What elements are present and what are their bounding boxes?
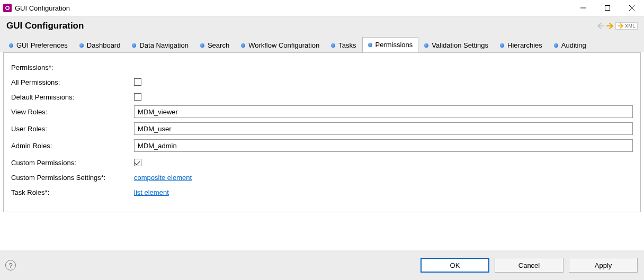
svg-line-4 — [629, 5, 634, 11]
default-permissions-label: Default Permissions: — [11, 93, 134, 101]
ok-button-label: OK — [450, 261, 460, 269]
page-title: GUI Configuration — [6, 21, 84, 31]
admin-roles-label: Admin Roles: — [11, 142, 134, 150]
list-element-link[interactable]: list element — [134, 188, 169, 196]
user-roles-input[interactable] — [134, 122, 633, 135]
svg-rect-2 — [605, 6, 610, 11]
custom-permissions-checkbox[interactable] — [134, 159, 141, 166]
footer-bar: ? OK Cancel Apply — [0, 250, 644, 280]
tab-label: Auditing — [561, 41, 586, 49]
composite-element-link[interactable]: composite element — [134, 174, 192, 182]
user-roles-label: User Roles: — [11, 125, 134, 133]
ok-button[interactable]: OK — [421, 258, 489, 273]
tab-bullet-icon — [500, 43, 504, 48]
permissions-section-label: Permissions*: — [11, 64, 134, 71]
task-roles-label: Task Roles*: — [11, 188, 134, 196]
tab-hierarchies[interactable]: Hierarchies — [494, 38, 548, 53]
tab-gui-preferences[interactable]: GUI Preferences — [3, 38, 74, 53]
cancel-button-label: Cancel — [518, 261, 540, 269]
apply-button-label: Apply — [595, 261, 612, 269]
xml-button[interactable]: XML — [615, 22, 638, 30]
titlebar: GUI Configuration — [0, 0, 644, 16]
svg-point-0 — [6, 6, 9, 10]
tab-validation-settings[interactable]: Validation Settings — [418, 38, 494, 53]
header-band: GUI Configuration XML — [0, 16, 644, 37]
tab-label: Tasks — [338, 41, 356, 49]
tab-bullet-icon — [132, 43, 136, 48]
tab-permissions[interactable]: Permissions — [362, 37, 419, 53]
tab-label: Permissions — [375, 41, 413, 49]
forward-arrow-icon[interactable] — [606, 22, 614, 30]
tab-bullet-icon — [368, 43, 372, 47]
tab-bullet-icon — [331, 43, 335, 48]
default-permissions-checkbox[interactable] — [134, 93, 141, 101]
custom-permissions-label: Custom Permissions: — [11, 159, 134, 167]
tab-label: Search — [208, 41, 229, 49]
maximize-button[interactable] — [595, 0, 620, 16]
tab-bullet-icon — [200, 43, 204, 48]
tab-bullet-icon — [241, 43, 245, 48]
apply-button[interactable]: Apply — [569, 258, 638, 273]
custom-permissions-settings-label: Custom Permissions Settings*: — [11, 174, 134, 182]
close-button[interactable] — [620, 0, 644, 16]
admin-roles-input[interactable] — [134, 139, 633, 152]
xml-button-label: XML — [625, 23, 636, 29]
tab-label: GUI Preferences — [16, 41, 68, 49]
tab-label: Dashboard — [87, 41, 121, 49]
tab-label: Validation Settings — [432, 41, 488, 49]
cancel-button[interactable]: Cancel — [495, 258, 564, 273]
tab-bullet-icon — [9, 43, 13, 48]
window-title: GUI Configuration — [15, 4, 70, 12]
tab-auditing[interactable]: Auditing — [548, 38, 592, 53]
view-roles-input[interactable] — [134, 105, 633, 118]
app-icon — [3, 4, 12, 12]
tab-label: Workflow Configuration — [248, 41, 319, 49]
tab-bullet-icon — [554, 43, 558, 48]
minimize-button[interactable] — [571, 0, 595, 16]
tab-workflow-configuration[interactable]: Workflow Configuration — [235, 38, 325, 53]
tab-label: Hierarchies — [507, 41, 542, 49]
all-permissions-label: All Permissions: — [11, 78, 134, 86]
tab-bullet-icon — [79, 43, 84, 48]
permissions-panel: Permissions*: All Permissions: Default P… — [3, 52, 641, 212]
help-icon[interactable]: ? — [5, 260, 16, 270]
tab-search[interactable]: Search — [194, 38, 235, 53]
tab-tasks[interactable]: Tasks — [325, 38, 362, 53]
back-arrow-icon[interactable] — [596, 22, 605, 30]
all-permissions-checkbox[interactable] — [134, 78, 141, 86]
tab-data-navigation[interactable]: Data Navigation — [126, 38, 194, 53]
view-roles-label: View Roles: — [11, 108, 134, 116]
svg-line-3 — [629, 5, 634, 11]
tab-label: Data Navigation — [139, 41, 189, 49]
tab-bullet-icon — [424, 43, 428, 48]
tabs-row: GUI PreferencesDashboardData NavigationS… — [0, 37, 644, 52]
tab-dashboard[interactable]: Dashboard — [74, 38, 127, 53]
